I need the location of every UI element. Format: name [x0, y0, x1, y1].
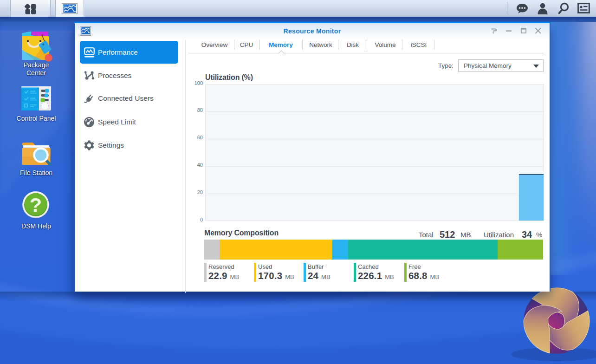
svg-text:?: ? — [30, 194, 42, 216]
